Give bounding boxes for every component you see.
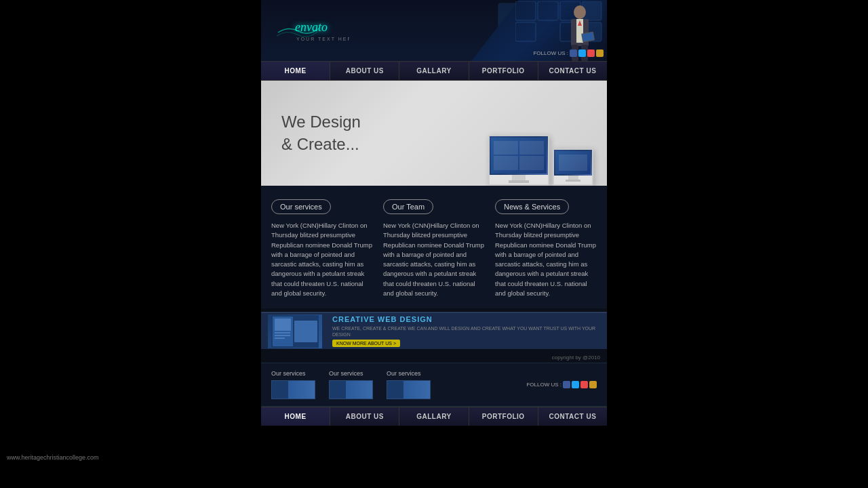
- banner-desc: WE CREATE, CREATE & CREATE WE CAN AND WI…: [332, 325, 597, 338]
- logo-svg: envato YOUR TEXT HERE: [275, 12, 349, 49]
- svg-rect-9: [515, 22, 536, 41]
- copyright-bar: copyright by @2010: [261, 352, 607, 363]
- bottom-nav-about[interactable]: ABOUT US: [330, 407, 399, 426]
- bottom-nav-portfolio[interactable]: PORTFOLIO: [469, 407, 538, 426]
- nav-home[interactable]: HOME: [261, 62, 330, 80]
- bottom-nav-home[interactable]: HOME: [261, 407, 330, 426]
- svg-text:YOUR TEXT HERE: YOUR TEXT HERE: [296, 37, 349, 41]
- banner-cta-button[interactable]: KNOW MORE ABOUT US >: [332, 340, 400, 347]
- footer-services-cols: Our services Our services Our services: [271, 370, 526, 399]
- svg-text:envato: envato: [295, 20, 328, 34]
- footer-thumb-right-3: [403, 381, 430, 399]
- monitor-small: [553, 148, 593, 186]
- copyright-text: copyright by @2010: [552, 354, 600, 361]
- footer-service-3: Our services: [387, 370, 431, 399]
- website-url-label: www.heritagechristiancollege.com: [7, 454, 99, 461]
- nav-contact[interactable]: CONTACT US: [538, 62, 607, 80]
- footer-service-label-2: Our services: [329, 370, 363, 377]
- footer-youtube-icon[interactable]: [589, 381, 597, 388]
- service-title-3: News & Services: [495, 199, 569, 214]
- hero-monitors: [488, 135, 593, 186]
- top-nav: HOME ABOUT US GALLARY PORTFOLIO CONTACT …: [261, 61, 607, 81]
- footer-twitter-icon[interactable]: [572, 381, 579, 388]
- service-text-3: New York (CNN)Hillary Clinton on Thursda…: [495, 221, 597, 298]
- hero-text: We Design & Create...: [281, 110, 361, 156]
- facebook-icon[interactable]: [570, 49, 577, 57]
- hero-line2: & Create...: [281, 134, 361, 157]
- follow-label-footer: FOLLOW US :: [526, 382, 561, 388]
- footer-rss-icon[interactable]: [580, 381, 588, 388]
- svg-rect-23: [275, 319, 291, 331]
- footer-service-2: Our services: [329, 370, 373, 399]
- svg-rect-6: [538, 1, 558, 20]
- footer-thumb-right-1: [288, 381, 315, 399]
- footer-thumb-1: [271, 380, 315, 399]
- nav-portfolio[interactable]: PORTFOLIO: [469, 62, 538, 80]
- footer-service-label-3: Our services: [387, 370, 421, 377]
- banner-content: CREATIVE WEB DESIGN WE CREATE, CREATE & …: [322, 312, 607, 349]
- youtube-icon[interactable]: [596, 49, 604, 57]
- banner-title: CREATIVE WEB DESIGN: [332, 315, 597, 323]
- follow-us-header: FOLLOW US :: [533, 49, 604, 57]
- footer-service-1: Our services: [271, 370, 315, 399]
- monitor-screen-small: [554, 150, 592, 176]
- bottom-nav-contact[interactable]: CONTACT US: [538, 407, 607, 426]
- footer-thumb-3: [387, 380, 431, 399]
- nav-about[interactable]: ABOUT US: [330, 62, 399, 80]
- nav-gallery[interactable]: GALLARY: [399, 62, 469, 80]
- footer-services-wrapper: Our services Our services Our services: [261, 363, 607, 407]
- banner-strip: CREATIVE WEB DESIGN WE CREATE, CREATE & …: [261, 312, 607, 349]
- service-col-2: Our Team New York (CNN)Hillary Clinton o…: [383, 199, 485, 298]
- service-title-1: Our services: [271, 199, 331, 214]
- monitor-base-large: [509, 180, 529, 183]
- footer-facebook-icon[interactable]: [563, 381, 570, 388]
- banner-preview-image: [268, 314, 322, 348]
- service-col-3: News & Services New York (CNN)Hillary Cl…: [495, 199, 597, 298]
- logo-area: envato YOUR TEXT HERE: [261, 12, 349, 49]
- bottom-nav-gallery[interactable]: GALLARY: [399, 407, 469, 426]
- svg-point-12: [574, 5, 586, 19]
- monitor-screen-large: [490, 136, 548, 175]
- rss-icon[interactable]: [587, 49, 595, 57]
- service-text-2: New York (CNN)Hillary Clinton on Thursda…: [383, 221, 485, 298]
- site-header: envato YOUR TEXT HERE: [261, 0, 607, 61]
- header-right: FOLLOW US :: [471, 0, 607, 61]
- hero-banner: We Design & Create...: [261, 81, 607, 186]
- service-title-2: Our Team: [383, 199, 433, 214]
- monitor-large: [488, 135, 549, 186]
- bottom-nav: HOME ABOUT US GALLARY PORTFOLIO CONTACT …: [261, 407, 607, 426]
- footer-service-label-1: Our services: [271, 370, 306, 377]
- twitter-icon[interactable]: [578, 49, 586, 57]
- monitor-stand-large: [512, 175, 526, 180]
- footer-thumb-right-2: [346, 381, 372, 399]
- follow-us-footer: FOLLOW US :: [526, 381, 597, 388]
- svg-rect-5: [515, 1, 536, 20]
- service-col-1: Our services New York (CNN)Hillary Clint…: [271, 199, 373, 298]
- svg-rect-22: [294, 321, 317, 342]
- hero-line1: We Design: [281, 110, 361, 134]
- footer-thumb-left-2: [330, 381, 346, 399]
- footer-thumb-left-3: [387, 381, 403, 399]
- monitor-base-small: [566, 180, 580, 182]
- footer-thumb-2: [329, 380, 373, 399]
- services-section: Our services New York (CNN)Hillary Clint…: [261, 186, 607, 308]
- footer-thumb-left-1: [272, 381, 288, 399]
- service-text-1: New York (CNN)Hillary Clinton on Thursda…: [271, 221, 373, 298]
